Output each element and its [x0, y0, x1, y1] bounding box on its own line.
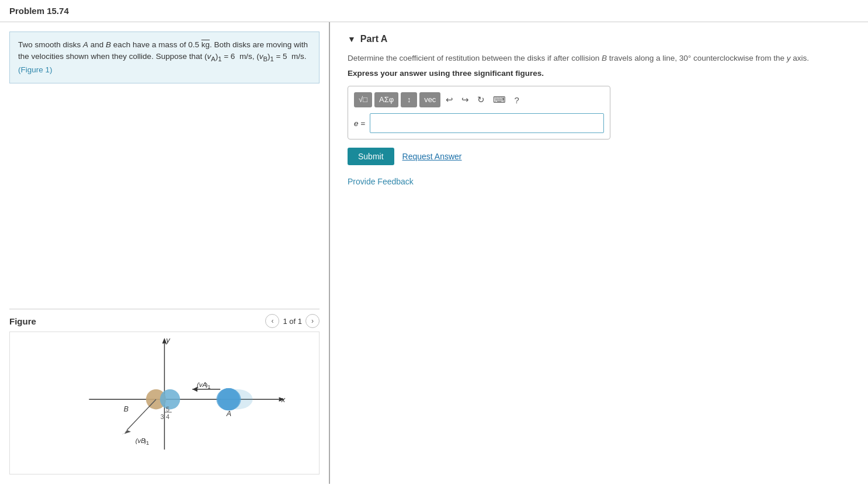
toolbar-refresh-button[interactable]: ↻	[474, 93, 488, 106]
svg-text:1: 1	[207, 383, 210, 390]
svg-text:5: 5	[166, 406, 169, 413]
toolbar-keyboard-button[interactable]: ⌨	[490, 93, 509, 106]
answer-box: √□ AΣφ ↕ vec ↩ ↪ ↻ ⌨ ? e =	[348, 86, 610, 139]
figure-svg: x y	[16, 338, 313, 466]
problem-text: Two smooth disks A and B each have a mas…	[18, 40, 308, 74]
feedback-section: Provide Feedback	[348, 177, 850, 186]
figure-link[interactable]: (Figure 1)	[18, 65, 53, 74]
part-question: Determine the coefficient of restitution…	[348, 53, 850, 64]
svg-point-10	[217, 388, 239, 410]
left-panel: Two smooth disks A and B each have a mas…	[0, 22, 330, 484]
figure-section: Figure ‹ 1 of 1 › x	[9, 309, 320, 474]
part-title: Part A	[360, 34, 388, 44]
svg-point-7	[160, 389, 180, 409]
svg-text:B: B	[124, 405, 129, 413]
toolbar-redo-button[interactable]: ↪	[459, 93, 472, 106]
figure-page: 1 of 1	[283, 317, 302, 326]
problem-title: Problem 15.74	[9, 6, 69, 16]
svg-text:1: 1	[146, 439, 149, 446]
figure-title: Figure	[9, 316, 36, 326]
toolbar-fraction-button[interactable]: ↕	[401, 92, 417, 107]
problem-statement: Two smooth disks A and B each have a mas…	[9, 32, 320, 83]
toolbar-undo-button[interactable]: ↩	[443, 93, 456, 106]
svg-text:4: 4	[166, 413, 169, 420]
request-answer-button[interactable]: Request Answer	[402, 152, 462, 161]
submit-button[interactable]: Submit	[348, 148, 394, 165]
action-row: Submit Request Answer	[348, 148, 850, 165]
svg-text:3: 3	[161, 413, 164, 420]
toolbar-math-button[interactable]: AΣφ	[374, 92, 398, 107]
toolbar-sqrt-button[interactable]: √□	[354, 92, 372, 107]
part-collapse-arrow[interactable]: ▼	[348, 34, 356, 44]
provide-feedback-link[interactable]: Provide Feedback	[348, 177, 414, 186]
toolbar: √□ AΣφ ↕ vec ↩ ↪ ↻ ⌨ ?	[354, 92, 604, 107]
figure-nav: ‹ 1 of 1 ›	[265, 314, 320, 328]
figure-next-button[interactable]: ›	[305, 314, 320, 328]
part-header: ▼ Part A	[348, 34, 850, 44]
part-instruction: Express your answer using three signific…	[348, 69, 850, 78]
svg-text:A: A	[226, 410, 231, 418]
svg-line-21	[127, 399, 156, 430]
answer-input-row: e =	[354, 113, 604, 133]
toolbar-vec-button[interactable]: vec	[419, 92, 440, 107]
figure-container: x y	[9, 332, 320, 474]
figure-header: Figure ‹ 1 of 1 ›	[9, 309, 320, 332]
answer-label: e =	[354, 119, 365, 128]
svg-text:x: x	[280, 395, 286, 404]
toolbar-help-button[interactable]: ?	[511, 94, 522, 106]
svg-text:y: y	[165, 338, 171, 344]
answer-input[interactable]	[370, 113, 604, 133]
figure-prev-button[interactable]: ‹	[265, 314, 279, 328]
right-panel: ▼ Part A Determine the coefficient of re…	[330, 22, 868, 484]
